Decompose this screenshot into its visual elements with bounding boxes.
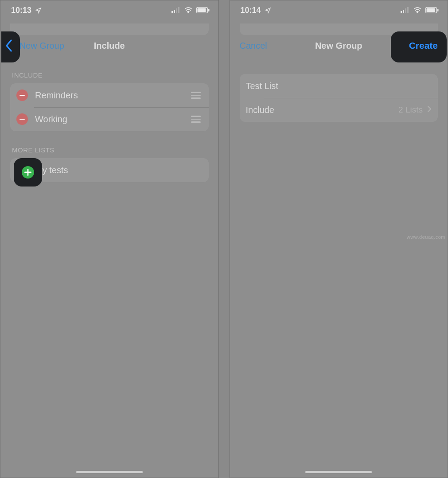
group-name-field[interactable]: Test List xyxy=(240,74,438,98)
svg-rect-0 xyxy=(171,11,173,13)
include-count: 2 Lists xyxy=(398,105,423,115)
status-bar: 10:14 xyxy=(230,0,448,20)
location-icon xyxy=(265,7,271,14)
more-group: My tests xyxy=(10,158,209,182)
wifi-icon xyxy=(184,7,193,13)
nav-bar: ‹ New Group Include xyxy=(0,35,218,56)
list-row-working[interactable]: Working xyxy=(10,107,209,131)
svg-rect-17 xyxy=(427,8,435,12)
reorder-handle-icon[interactable] xyxy=(191,116,203,123)
include-group: Reminders Working xyxy=(10,83,209,131)
add-icon[interactable] xyxy=(22,166,34,180)
include-row[interactable]: Include 2 Lists xyxy=(240,98,438,122)
status-time: 10:14 xyxy=(241,6,261,15)
cancel-button[interactable]: Cancel xyxy=(240,41,267,51)
reorder-handle-icon[interactable] xyxy=(191,92,203,99)
back-button[interactable]: ‹ New Group xyxy=(10,41,64,51)
svg-rect-18 xyxy=(437,9,439,12)
svg-point-4 xyxy=(188,12,189,13)
chevron-left-icon[interactable] xyxy=(5,39,13,54)
search-field-collapsed[interactable] xyxy=(10,23,209,35)
svg-rect-2 xyxy=(176,8,177,13)
watermark: www.deuaq.com xyxy=(407,234,445,240)
status-bar: 10:13 xyxy=(0,0,218,20)
svg-rect-3 xyxy=(178,7,179,13)
search-field-collapsed[interactable] xyxy=(240,23,438,35)
status-time: 10:13 xyxy=(11,6,31,15)
new-group-form: Test List Include 2 Lists xyxy=(240,74,438,122)
svg-rect-13 xyxy=(405,8,406,13)
svg-rect-10 xyxy=(24,172,31,173)
svg-rect-12 xyxy=(403,10,404,13)
battery-icon xyxy=(425,7,439,13)
location-icon xyxy=(35,7,42,14)
svg-rect-6 xyxy=(197,8,206,12)
svg-rect-14 xyxy=(407,7,409,13)
list-row-reminders[interactable]: Reminders xyxy=(10,83,209,107)
remove-icon[interactable] xyxy=(16,113,28,125)
cellular-icon xyxy=(401,7,409,13)
back-label: New Group xyxy=(19,41,64,51)
svg-point-15 xyxy=(417,12,418,13)
wifi-icon xyxy=(413,7,422,13)
home-indicator[interactable] xyxy=(305,471,372,473)
row-label: Reminders xyxy=(35,90,191,101)
row-label: My tests xyxy=(35,165,203,175)
section-header-include: INCLUDE xyxy=(12,71,209,79)
cancel-label: Cancel xyxy=(240,41,267,51)
remove-icon[interactable] xyxy=(16,89,28,101)
phone-left: 10:13 ‹ New Group xyxy=(0,0,219,478)
svg-rect-11 xyxy=(401,11,402,13)
group-name-value: Test List xyxy=(246,81,432,91)
svg-rect-7 xyxy=(208,9,210,12)
svg-rect-1 xyxy=(174,10,175,13)
battery-icon xyxy=(196,7,210,13)
home-indicator[interactable] xyxy=(76,471,143,473)
cellular-icon xyxy=(171,7,180,13)
create-button[interactable]: Create xyxy=(409,40,438,51)
list-row-mytests[interactable]: My tests xyxy=(10,158,209,182)
row-label: Working xyxy=(35,114,191,124)
include-label: Include xyxy=(246,105,399,115)
chevron-right-icon xyxy=(427,105,432,114)
section-header-more: MORE LISTS xyxy=(12,146,209,154)
